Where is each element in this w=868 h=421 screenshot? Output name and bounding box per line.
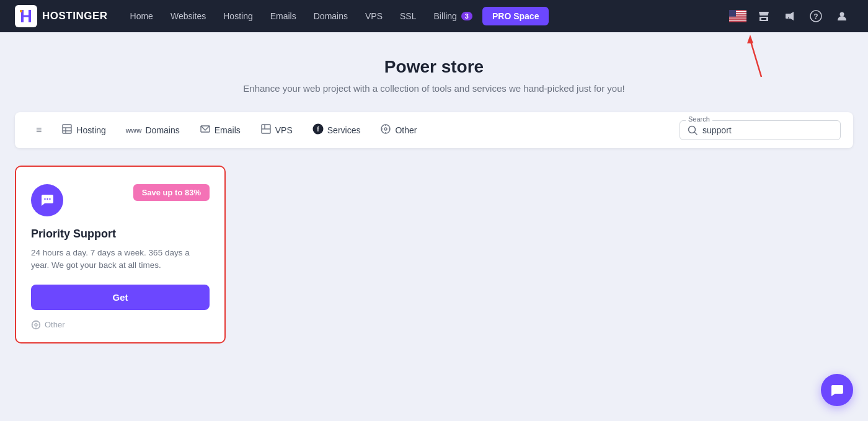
svg-rect-10	[729, 17, 746, 18]
search-icon	[688, 125, 698, 135]
svg-rect-15	[729, 21, 746, 22]
navbar: HOSTINGER Home Websites Hosting Emails D…	[0, 0, 868, 32]
help-icon: ?	[810, 10, 822, 22]
other-category-icon	[31, 320, 41, 330]
filter-tab-domains-label: Domains	[145, 125, 179, 135]
svg-rect-1	[20, 10, 22, 12]
svg-rect-13	[729, 19, 746, 20]
billing-badge: 3	[461, 12, 472, 20]
filter-tab-other-label: Other	[395, 125, 417, 135]
help-button[interactable]: ?	[805, 5, 827, 27]
user-icon	[836, 10, 848, 22]
svg-rect-22	[63, 125, 71, 133]
filter-tabs: ≡ Hosting www Domains	[27, 120, 425, 141]
us-flag-icon	[729, 10, 746, 22]
nav-item-websites[interactable]: Websites	[163, 7, 213, 25]
vps-icon	[260, 123, 272, 137]
emails-icon	[200, 123, 211, 137]
logo[interactable]: HOSTINGER	[15, 5, 108, 27]
nav-item-billing[interactable]: Billing 3	[426, 7, 479, 25]
filter-tab-services-label: Services	[327, 125, 361, 135]
language-flag-button[interactable]	[727, 5, 749, 27]
svg-point-19	[840, 12, 844, 17]
search-label: Search	[686, 115, 712, 123]
filter-tab-emails[interactable]: Emails	[191, 120, 249, 141]
card-description: 24 hours a day. 7 days a week. 365 days …	[31, 247, 210, 272]
svg-point-32	[381, 125, 390, 133]
svg-rect-12	[729, 19, 746, 20]
nav-item-domains[interactable]: Domains	[306, 7, 355, 25]
filter-tab-domains[interactable]: www Domains	[117, 122, 188, 139]
filter-tab-hosting[interactable]: Hosting	[53, 120, 114, 141]
pro-space-button[interactable]: PRO Space	[482, 7, 549, 25]
priority-support-icon	[31, 184, 63, 216]
nav-item-ssl[interactable]: SSL	[392, 7, 423, 25]
filter-tab-hosting-label: Hosting	[76, 125, 105, 135]
product-card-priority-support[interactable]: Save up to 83% Priority Support 24 hours…	[15, 166, 226, 343]
save-badge: Save up to 83%	[133, 184, 210, 201]
svg-rect-16	[729, 10, 736, 17]
chat-bubble-icon	[830, 383, 844, 397]
filter-tab-vps[interactable]: VPS	[252, 120, 301, 141]
page-title: Power store	[15, 57, 853, 77]
services-icon: f	[312, 123, 324, 137]
filter-bar: ≡ Hosting www Domains	[15, 112, 853, 148]
main-content: Power store Enhance your web project wit…	[0, 32, 868, 358]
other-filter-icon	[380, 123, 391, 137]
cards-grid: Save up to 83% Priority Support 24 hours…	[15, 166, 853, 343]
navbar-actions: ?	[727, 5, 853, 27]
svg-point-41	[46, 198, 48, 200]
filter-tab-vps-label: VPS	[275, 125, 293, 135]
announcements-button[interactable]	[779, 5, 801, 27]
search-input[interactable]	[702, 125, 814, 135]
filter-tab-emails-label: Emails	[215, 125, 241, 135]
svg-rect-11	[729, 17, 746, 19]
main-nav: Home Websites Hosting Emails Domains VPS…	[123, 7, 717, 25]
page-subtitle: Enhance your web project with a collecti…	[15, 83, 853, 94]
card-category-label: Other	[45, 320, 65, 329]
filter-tab-all[interactable]: ≡	[27, 121, 50, 140]
store-icon	[758, 10, 770, 22]
domains-icon: www	[126, 126, 142, 134]
store-icon-button[interactable]	[753, 5, 775, 27]
all-icon: ≡	[36, 125, 42, 136]
megaphone-icon	[784, 10, 796, 22]
nav-item-hosting[interactable]: Hosting	[216, 7, 260, 25]
svg-text:?: ?	[813, 12, 818, 21]
svg-point-44	[35, 324, 37, 326]
search-area: Search	[680, 120, 841, 140]
svg-line-39	[694, 132, 697, 135]
search-input-wrap	[680, 120, 841, 140]
svg-point-42	[49, 198, 50, 200]
card-header: Save up to 83%	[31, 184, 210, 216]
nav-item-vps[interactable]: VPS	[358, 7, 390, 25]
chat-support-button[interactable]	[821, 374, 853, 406]
filter-tab-services[interactable]: f Services	[304, 120, 370, 141]
card-title: Priority Support	[31, 228, 210, 241]
svg-point-33	[384, 128, 387, 130]
svg-rect-14	[729, 20, 746, 22]
chat-bubble-icon	[39, 192, 55, 208]
card-category: Other	[31, 320, 210, 330]
nav-item-emails[interactable]: Emails	[263, 7, 304, 25]
filter-tab-other[interactable]: Other	[371, 120, 425, 141]
logo-text: HOSTINGER	[42, 10, 108, 22]
get-button[interactable]: Get	[31, 285, 210, 310]
svg-point-40	[44, 198, 45, 200]
nav-item-home[interactable]: Home	[123, 7, 161, 25]
hosting-icon	[61, 123, 73, 137]
user-menu-button[interactable]	[831, 5, 853, 27]
